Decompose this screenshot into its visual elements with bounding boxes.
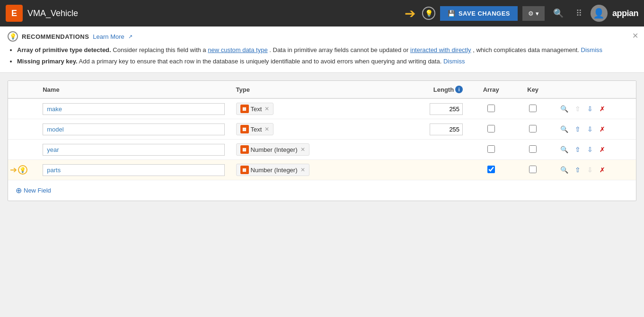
type-icon: ▦ [240, 166, 249, 174]
type-remove-button[interactable]: ✕ [265, 126, 269, 132]
user-avatar[interactable]: 👤 [591, 5, 608, 22]
row-array-cell [468, 119, 513, 140]
table-row: ▦Number (Integer)✕🔍⇧⇩✗ [8, 140, 636, 160]
row-actions-cell: 🔍⇧⇩✗ [552, 140, 636, 160]
grid-icon: ⠿ [576, 9, 582, 18]
key-checkbox[interactable] [529, 105, 537, 112]
key-checkbox[interactable] [529, 166, 537, 173]
row-arrow-indicator: ➔ [10, 165, 17, 175]
settings-button[interactable]: ⚙ ▾ [522, 6, 545, 21]
rec-header: 💡 RECOMMENDATIONS Learn More ↗ [8, 31, 636, 42]
row-delete-button[interactable]: ✗ [597, 144, 608, 155]
row-down-button[interactable]: ⇩ [585, 144, 595, 155]
type-remove-button[interactable]: ✕ [300, 167, 305, 173]
rec-list: Array of primitive type detected. Consid… [8, 45, 636, 66]
col-array-header: Array [468, 81, 513, 98]
row-delete-button[interactable]: ✗ [597, 104, 608, 114]
length-input[interactable] [430, 123, 463, 135]
row-key-cell [513, 140, 552, 160]
table-body: ▦Text✕🔍⇧⇩✗▦Text✕🔍⇧⇩✗▦Number (Integer)✕🔍⇧… [8, 98, 636, 180]
row-delete-button[interactable]: ✗ [597, 124, 608, 134]
rec-item-1-text3: , which complicates data management. [473, 46, 581, 53]
row-type-cell: ▦Number (Integer)✕ [230, 160, 398, 180]
table-row: ▦Text✕🔍⇧⇩✗ [8, 98, 636, 119]
row-name-cell [37, 140, 230, 160]
row-search-button[interactable]: 🔍 [558, 144, 571, 155]
recommendations-panel: 💡 RECOMMENDATIONS Learn More ↗ ✕ Array o… [0, 26, 644, 73]
table-row: ▦Text✕🔍⇧⇩✗ [8, 119, 636, 140]
field-name-input[interactable] [43, 103, 224, 115]
new-field-row: ⊕ New Field [8, 180, 636, 201]
row-up-button[interactable]: ⇧ [573, 165, 583, 175]
row-search-button[interactable]: 🔍 [558, 104, 571, 114]
row-actions-cell: 🔍⇧⇩✗ [552, 160, 636, 180]
row-actions-cell: 🔍⇧⇩✗ [552, 98, 636, 119]
row-length-cell [397, 119, 468, 140]
rec-item-1-link[interactable]: new custom data type [208, 46, 267, 53]
type-remove-button[interactable]: ✕ [300, 146, 305, 153]
action-buttons: 🔍⇧⇩✗ [558, 144, 630, 155]
rec-item-1-bold: Array of primitive type detected. [17, 46, 111, 53]
appian-logo: appian [612, 9, 638, 18]
type-badge: ▦Text✕ [236, 123, 274, 135]
rec-item-1-link2[interactable]: interacted with directly [410, 46, 471, 53]
rec-item-2-bold: Missing primary key. [17, 58, 78, 65]
length-info-icon[interactable]: i [455, 86, 463, 93]
save-changes-button[interactable]: 💾 SAVE CHANGES [440, 6, 518, 21]
row-hint-cell [8, 119, 37, 140]
rec-close-button[interactable]: ✕ [632, 31, 638, 40]
save-icon: 💾 [448, 10, 456, 17]
grid-button[interactable]: ⠿ [572, 6, 586, 20]
field-name-input[interactable] [43, 144, 224, 156]
field-name-input[interactable] [43, 123, 224, 135]
row-hint-icon[interactable]: 💡 [18, 165, 27, 175]
row-hint-cell [8, 98, 37, 119]
action-buttons: 🔍⇧⇩✗ [558, 165, 630, 175]
fields-table-container: Name Type Length i Array [8, 80, 636, 201]
field-name-input[interactable] [43, 164, 224, 176]
type-badge: ▦Number (Integer)✕ [236, 143, 309, 156]
app-title: VMA_Vehicle [27, 9, 400, 18]
settings-caret: ▾ [536, 10, 539, 17]
navbar-hint-icon[interactable]: 💡 [422, 7, 435, 20]
rec-item-2-dismiss[interactable]: Dismiss [443, 58, 465, 65]
row-search-button[interactable]: 🔍 [558, 124, 571, 134]
type-remove-button[interactable]: ✕ [265, 106, 269, 112]
app-logo: E [6, 5, 23, 22]
length-input[interactable] [430, 103, 463, 115]
type-icon: ▦ [240, 145, 249, 154]
array-checkbox[interactable] [487, 105, 495, 112]
row-up-button[interactable]: ⇧ [573, 124, 583, 134]
type-label: Number (Integer) [251, 146, 298, 153]
row-length-cell [397, 98, 468, 119]
row-hint-cell: ➔💡 [8, 160, 37, 180]
table-row: ➔💡▦Number (Integer)✕🔍⇧⇩✗ [8, 160, 636, 180]
array-checkbox[interactable] [487, 166, 495, 173]
row-up-button[interactable]: ⇧ [573, 144, 583, 155]
col-name-header: Name [37, 81, 230, 98]
search-button[interactable]: 🔍 [549, 6, 567, 20]
array-checkbox[interactable] [487, 145, 495, 153]
gear-icon: ⚙ [528, 10, 534, 17]
type-badge: ▦Number (Integer)✕ [236, 164, 309, 176]
array-checkbox[interactable] [487, 125, 495, 132]
learn-more-link[interactable]: Learn More [93, 33, 124, 40]
row-key-cell [513, 98, 552, 119]
key-checkbox[interactable] [529, 145, 537, 153]
type-icon: ▦ [240, 125, 249, 133]
row-array-cell [468, 140, 513, 160]
col-actions-header [552, 81, 636, 98]
key-checkbox[interactable] [529, 125, 537, 132]
row-search-button[interactable]: 🔍 [558, 165, 571, 175]
row-down-button[interactable]: ⇩ [585, 104, 595, 114]
row-down-button: ⇩ [585, 165, 595, 175]
row-down-button[interactable]: ⇩ [585, 124, 595, 134]
row-name-cell [37, 98, 230, 119]
rec-item-1-dismiss[interactable]: Dismiss [581, 46, 603, 53]
col-hint-header [8, 81, 37, 98]
row-delete-button[interactable]: ✗ [597, 165, 608, 175]
new-field-button[interactable]: ⊕ New Field [16, 186, 51, 195]
action-buttons: 🔍⇧⇩✗ [558, 104, 630, 114]
row-key-cell [513, 160, 552, 180]
row-name-cell [37, 160, 230, 180]
